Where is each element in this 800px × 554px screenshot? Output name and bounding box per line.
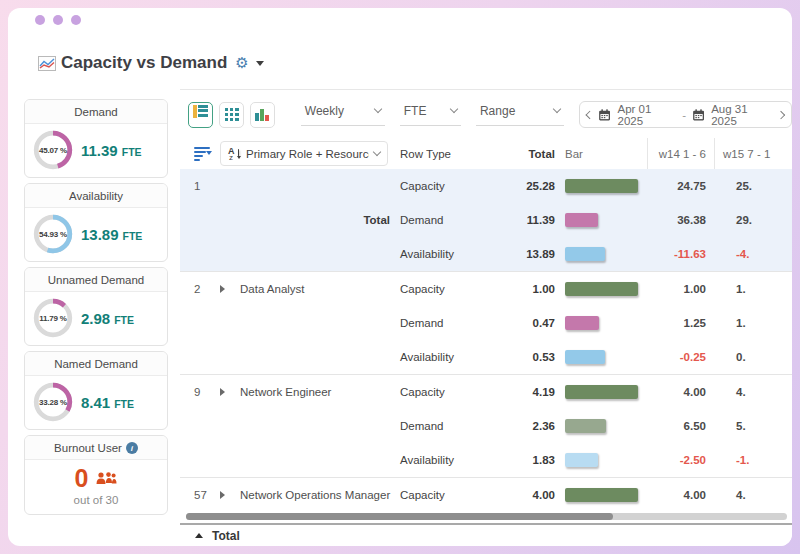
- table-row[interactable]: 1 Capacity 25.28 24.75 25.: [180, 169, 792, 203]
- column-header-week1: w14 1 - 6: [647, 138, 714, 169]
- row-type: Demand: [400, 420, 490, 432]
- unnamed-demand-donut: 11.79 %: [32, 297, 74, 339]
- page-header: Capacity vs Demand ⚙: [38, 52, 792, 74]
- view-chart-button[interactable]: [250, 102, 275, 128]
- week2-value: 0.: [714, 351, 792, 363]
- chevron-down-icon[interactable]: [256, 61, 264, 66]
- table-row[interactable]: 9 Network Engineer Capacity 4.19 4.00 4.: [180, 375, 792, 409]
- row-number: 1: [180, 180, 220, 192]
- date-range-picker: Apr 01 2025 - Aug 31 2025: [579, 101, 792, 128]
- table-row[interactable]: Demand 2.36 6.50 5.: [180, 409, 792, 443]
- table-group-total: 1 Capacity 25.28 24.75 25. Total Demand: [180, 169, 792, 271]
- week2-value: 4.: [714, 386, 792, 398]
- table-group-network-operations-manager: 57 Network Operations Manager Capacity 4…: [180, 477, 792, 509]
- total-value: 2.36: [490, 420, 555, 432]
- kpi-card-title: Burnout User: [54, 442, 122, 454]
- view-split-button[interactable]: [188, 102, 213, 128]
- total-value: 13.89: [490, 248, 555, 260]
- fte-value: 2.98: [81, 310, 110, 327]
- percent-label: 11.79 %: [32, 297, 74, 339]
- footer-total-label: Total: [212, 529, 240, 543]
- role-grouping-select[interactable]: Az Primary Role + Resource...: [220, 141, 388, 166]
- table-row[interactable]: 2 Data Analyst Capacity 1.00 1.00 1.: [180, 272, 792, 306]
- main-panel: Weekly FTE Range Apr 01 2025 - Aug 31 20…: [180, 89, 792, 546]
- week1-value: 24.75: [647, 180, 714, 192]
- table-row[interactable]: Availability 0.53 -0.25 0.: [180, 340, 792, 374]
- percent-label: 45.07 %: [32, 129, 74, 171]
- bar-chart-view-icon: [255, 108, 269, 121]
- split-view-icon: [193, 105, 208, 118]
- kpi-card-title: Named Demand: [25, 352, 167, 376]
- total-value: 4.19: [490, 386, 555, 398]
- column-header-total: Total: [490, 148, 555, 160]
- period-select-value: Weekly: [305, 104, 344, 118]
- column-header-bar: Bar: [555, 148, 647, 160]
- fte-value: 8.41: [81, 394, 110, 411]
- period-select[interactable]: Weekly: [301, 104, 385, 126]
- collapse-icon[interactable]: [195, 533, 203, 538]
- gear-icon[interactable]: ⚙: [235, 54, 248, 72]
- page-title: Capacity vs Demand: [61, 53, 227, 73]
- kpi-sidebar: Demand 45.07 % 11.39FTE Availability 54.…: [24, 89, 168, 546]
- expand-icon[interactable]: [220, 388, 225, 396]
- date-from[interactable]: Apr 01 2025: [618, 103, 677, 127]
- week2-value: 29.: [714, 214, 792, 226]
- demand-bar: [565, 213, 598, 227]
- calendar-icon: [692, 108, 705, 122]
- table-row[interactable]: 57 Network Operations Manager Capacity 4…: [180, 478, 792, 509]
- view-grid-button[interactable]: [219, 102, 244, 128]
- fte-unit: FTE: [122, 146, 142, 158]
- sort-alpha-icon: Az: [228, 147, 241, 160]
- previous-range-button[interactable]: [585, 110, 593, 118]
- expand-icon[interactable]: [220, 491, 225, 499]
- horizontal-scrollbar[interactable]: [186, 513, 787, 520]
- total-value: 0.47: [490, 317, 555, 329]
- table-group-network-engineer: 9 Network Engineer Capacity 4.19 4.00 4.…: [180, 374, 792, 477]
- window-dot-icon[interactable]: [71, 15, 81, 25]
- column-header-week2: w15 7 - 1: [714, 138, 792, 169]
- unit-select[interactable]: FTE: [400, 104, 461, 126]
- week2-value: 5.: [714, 420, 792, 432]
- table-row[interactable]: Availability 13.89 -11.63 -4.: [180, 237, 792, 271]
- row-type: Availability: [400, 454, 490, 466]
- total-value: 4.00: [490, 489, 555, 501]
- total-value: 11.39: [490, 214, 555, 226]
- week1-value: -2.50: [647, 454, 714, 466]
- column-header-row-type: Row Type: [400, 148, 490, 160]
- date-to[interactable]: Aug 31 2025: [711, 103, 772, 127]
- table-row[interactable]: Availability 1.83 -2.50 -1.: [180, 443, 792, 477]
- window-dot-icon[interactable]: [53, 15, 63, 25]
- row-type: Capacity: [400, 489, 490, 501]
- row-type: Availability: [400, 351, 490, 363]
- total-value: 0.53: [490, 351, 555, 363]
- range-select-value: Range: [480, 104, 515, 118]
- scrollbar-thumb[interactable]: [186, 513, 613, 520]
- info-icon[interactable]: i: [126, 442, 138, 454]
- pinned-total-row[interactable]: Total: [180, 523, 792, 546]
- date-separator: -: [682, 109, 686, 121]
- filter-sort-icon[interactable]: [194, 147, 212, 161]
- app-window: Capacity vs Demand ⚙ Demand 45.07 % 11.3…: [8, 8, 792, 546]
- row-number: 9: [180, 386, 220, 398]
- range-select[interactable]: Range: [476, 104, 564, 126]
- table-row[interactable]: Demand 0.47 1.25 1.: [180, 306, 792, 340]
- week1-value: -11.63: [647, 248, 714, 260]
- row-type: Demand: [400, 214, 490, 226]
- capacity-bar: [565, 488, 638, 502]
- availability-bar: [565, 247, 605, 261]
- week1-value: 4.00: [647, 489, 714, 501]
- chevron-down-icon: [374, 105, 382, 113]
- row-type: Availability: [400, 248, 490, 260]
- next-range-button[interactable]: [777, 110, 785, 118]
- percent-label: 54.93 %: [32, 213, 74, 255]
- table-body: 1 Capacity 25.28 24.75 25. Total Demand: [180, 169, 792, 509]
- window-dot-icon[interactable]: [35, 15, 45, 25]
- demand-bar: [565, 316, 599, 330]
- kpi-card-availability: Availability 54.93 % 13.89FTE: [24, 183, 168, 262]
- week2-value: 25.: [714, 180, 792, 192]
- week1-value: 36.38: [647, 214, 714, 226]
- expand-icon[interactable]: [220, 285, 225, 293]
- table-row[interactable]: Total Demand 11.39 36.38 29.: [180, 203, 792, 237]
- calendar-icon: [598, 108, 611, 122]
- group-name: Network Operations Manager: [240, 489, 400, 501]
